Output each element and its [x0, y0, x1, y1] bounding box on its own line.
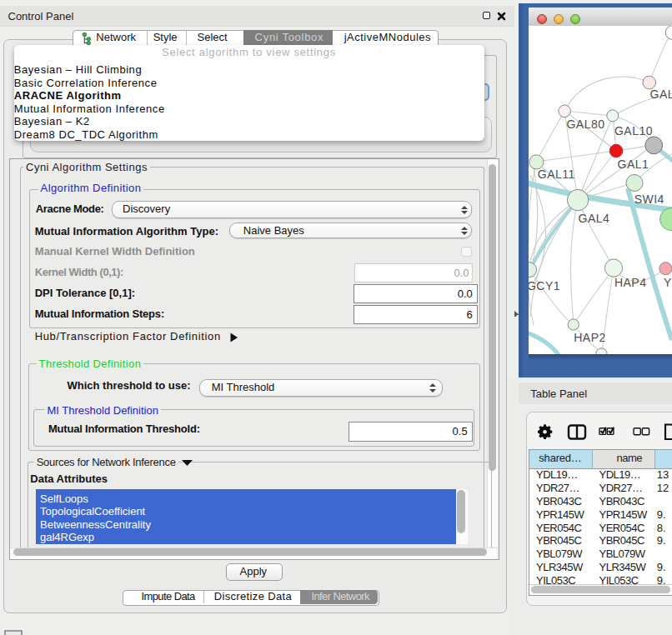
svg-text:GAL11: GAL11 — [538, 168, 575, 181]
svg-text:GAL80: GAL80 — [566, 118, 604, 131]
svg-text:GAL4: GAL4 — [579, 212, 610, 225]
svg-text:SWI4: SWI4 — [634, 192, 664, 206]
svg-text:GAL7: GAL7 — [650, 88, 672, 101]
svg-text:HAP2: HAP2 — [574, 331, 606, 344]
svg-text:GCY1: GCY1 — [529, 279, 560, 292]
svg-text:GAL10: GAL10 — [614, 124, 653, 138]
svg-text:HAP4: HAP4 — [614, 276, 647, 289]
svg-text:Y: Y — [664, 276, 672, 289]
svg-text:GAL1: GAL1 — [618, 158, 649, 171]
